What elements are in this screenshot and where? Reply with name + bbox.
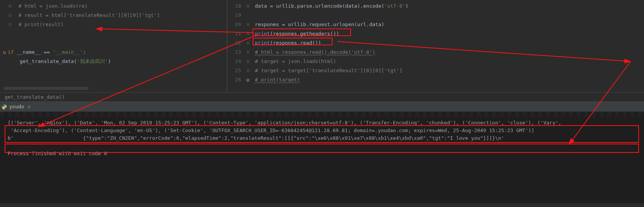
code-text: # print(result) — [18, 22, 63, 27]
python-icon — [2, 104, 7, 109]
line-number: 26 — [226, 75, 241, 84]
line-number: 25 — [226, 66, 241, 75]
code-line[interactable]: 18data = urllib.parse.urlencode(data).en… — [227, 2, 644, 11]
code-line[interactable]: get_translate_data('我来自四川') — [0, 57, 227, 66]
code-text: == — [44, 49, 53, 55]
code-line[interactable]: 22print(respones.read()) — [227, 38, 644, 48]
code-line[interactable] — [0, 29, 227, 38]
code-text: print — [255, 40, 270, 46]
code-text: # result = html['translateResult'][0][0]… — [18, 12, 160, 18]
code-text: # html = json.loads(re) — [18, 3, 88, 9]
breadcrumb-text: get_translate_data() — [5, 94, 65, 100]
left-editor-pane[interactable]: # html = json.loads(re) # result = html[… — [0, 0, 227, 92]
code-text: data) — [369, 22, 384, 27]
horizontal-scrollbar[interactable] — [4, 87, 88, 90]
code-text: '我来自四川' — [77, 58, 108, 64]
code-line[interactable]: # print(result) — [0, 20, 227, 29]
code-line[interactable]: 19 — [227, 11, 644, 20]
code-text: get_translate_data — [20, 58, 74, 64]
line-number: 24 — [226, 57, 241, 66]
console-exit-line: Process finished with exit code 0 — [0, 150, 644, 157]
code-text: ) — [108, 58, 111, 64]
code-text: # html = respones.read().decode('utf-8') — [255, 49, 375, 55]
code-text: ( — [270, 40, 273, 46]
fold-icon[interactable]: ⊟ — [246, 76, 249, 85]
code-text: # print(target) — [255, 77, 300, 83]
code-text: if — [8, 49, 14, 55]
right-editor-pane[interactable]: 18data = urllib.parse.urlencode(data).en… — [227, 0, 644, 92]
run-tab-label[interactable]: youdo — [9, 104, 24, 109]
code-text: data = urllib.parse.urlencode(data).enco… — [255, 3, 384, 9]
editor-split: # html = json.loads(re) # result = html[… — [0, 0, 644, 92]
code-text: ) — [318, 40, 321, 46]
code-text: respones.getheaders() — [273, 31, 336, 36]
console-line: [('Server', 'nginx'), ('Date', 'Mon, 02 … — [0, 119, 644, 127]
line-number: 21 — [226, 29, 241, 38]
breadcrumb[interactable]: get_translate_data() — [0, 92, 644, 101]
line-number: 20 — [226, 20, 241, 29]
line-number: 23 — [226, 48, 241, 57]
console-output[interactable]: [('Server', 'nginx'), ('Date', 'Mon, 02 … — [0, 117, 644, 203]
code-text: # target = target['translateResult'][0][… — [255, 68, 403, 73]
code-line[interactable]: ⊟if __name__ == '__main__': — [0, 48, 227, 57]
code-text: 'utf-8' — [384, 3, 406, 9]
fold-icon[interactable]: ⊟ — [3, 48, 6, 57]
code-line[interactable]: 24# target = json.loads(html) — [227, 57, 644, 66]
code-text: '__main__' — [53, 49, 83, 55]
code-line[interactable]: 25# target = target['translateResult'][0… — [227, 66, 644, 75]
close-icon[interactable]: × — [27, 104, 30, 110]
console-line: b' {"type":"ZH_CN2EN","errorCode":0,"ela… — [0, 134, 644, 142]
code-text: print — [255, 31, 270, 36]
code-line[interactable]: # html = json.loads(re) — [0, 2, 227, 11]
code-text: # target = json.loads(html) — [255, 58, 336, 64]
code-text: ) — [405, 3, 408, 9]
code-text: respones.read() — [273, 40, 318, 46]
run-tab-bar: youdo × — [0, 101, 644, 111]
code-text: ) — [336, 31, 339, 36]
code-text: __name__ — [14, 49, 44, 55]
code-line[interactable]: 23# html = respones.read().decode('utf-8… — [227, 48, 644, 57]
code-text: ( — [270, 31, 273, 36]
line-number: 22 — [226, 38, 241, 48]
code-line[interactable] — [0, 38, 227, 48]
code-text: respones = urllib.request.urlopen(url — [255, 22, 366, 27]
console-line: 'Accept-Encoding'), ('Content-Language',… — [0, 127, 644, 134]
code-line[interactable]: 20respones = urllib.request.urlopen(url,… — [227, 20, 644, 29]
code-line[interactable]: # result = html['translateResult'][0][0]… — [0, 11, 227, 20]
line-number: 19 — [226, 11, 241, 20]
code-text: ( — [74, 58, 77, 64]
code-line[interactable]: 21print(respones.getheaders()) — [227, 29, 644, 38]
console-line — [0, 142, 644, 150]
code-text: : — [83, 49, 86, 55]
code-text — [8, 58, 20, 64]
code-line[interactable]: 26⊟# print(target) — [227, 75, 644, 84]
console-toolbar — [0, 111, 644, 117]
line-number: 18 — [226, 2, 241, 11]
